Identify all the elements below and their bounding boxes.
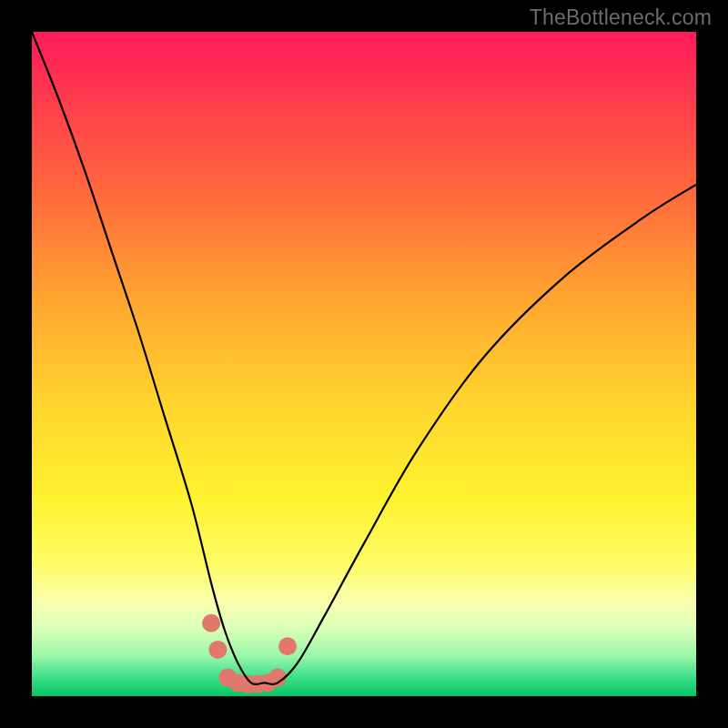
chart-svg xyxy=(32,32,696,696)
marker-dot xyxy=(208,641,227,659)
plot-area xyxy=(32,32,696,696)
marker-dot xyxy=(202,614,220,632)
watermark-text: TheBottleneck.com xyxy=(530,5,712,30)
bottleneck-curve xyxy=(32,32,696,684)
marker-dot xyxy=(278,637,297,655)
